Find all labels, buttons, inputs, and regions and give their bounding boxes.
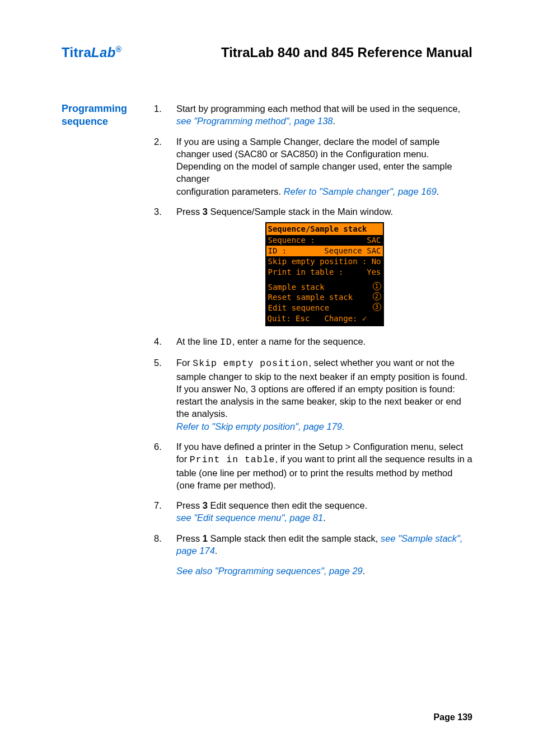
xref-sample-changer[interactable]: Refer to "Sample changer", page 169 <box>284 186 437 196</box>
step-3: Press 3 Sequence/Sample stack in the Mai… <box>154 205 472 326</box>
lcd-id-value: Sequence SAC <box>324 246 381 256</box>
step-4-a: At the line <box>176 336 220 346</box>
step-list: Start by programming each method that wi… <box>154 102 472 557</box>
content-row: Programming sequence Start by programmin… <box>62 102 472 577</box>
step-1: Start by programming each method that wi… <box>154 102 472 128</box>
lcd-sequence-value: SAC <box>367 235 381 246</box>
lcd-skip-label: Skip empty position : <box>268 256 367 267</box>
lcd-sequence-label: Sequence : <box>268 235 315 246</box>
lcd-title: Sequence/Sample stack <box>266 223 383 235</box>
lcd-row-sample-stack: Sample stack 1 <box>266 282 383 293</box>
step-5-a: For <box>176 358 193 368</box>
section-heading-line2: sequence <box>62 115 154 128</box>
section-heading: Programming sequence <box>62 102 154 129</box>
lcd-row-skip: Skip empty position : No <box>266 256 383 267</box>
step-2-dot: . <box>437 186 439 196</box>
lcd-row-edit: Edit sequence 3 <box>266 303 383 313</box>
step-7-key: 3 <box>203 500 208 510</box>
step-3-key: 3 <box>203 206 208 217</box>
xref-edit-sequence-menu[interactable]: see "Edit sequence menu", page 81 <box>176 513 323 523</box>
lcd-print-value: Yes <box>367 267 381 278</box>
page-header: TitraLab® TitraLab 840 and 845 Reference… <box>62 45 472 60</box>
lcd-change: Change: ✓ <box>325 313 382 324</box>
see-also-dot: . <box>363 566 366 576</box>
step-4-b: , enter a name for the sequence. <box>232 336 366 346</box>
lcd-sample-stack-label: Sample stack <box>268 282 325 293</box>
xref-skip-empty-position[interactable]: Refer to "Skip empty position", page 179… <box>176 421 345 431</box>
lcd-spacer <box>266 278 383 282</box>
lcd-quit: Quit: Esc <box>268 313 325 324</box>
step-1-dot: . <box>333 116 336 126</box>
see-also: See also "Programming sequences", page 2… <box>154 565 472 577</box>
page-container: TitraLab® TitraLab 840 and 845 Reference… <box>0 0 534 756</box>
lcd-row-sequence: Sequence : SAC <box>266 235 383 246</box>
lcd-footer: Quit: Esc Change: ✓ <box>266 313 383 325</box>
step-5-kw: Skip empty position <box>193 358 308 369</box>
lcd-wrapper: Sequence/Sample stack Sequence : SAC ID … <box>176 222 472 326</box>
brand-italic: Lab <box>91 45 116 60</box>
step-8: Press 1 Sample stack then edit the sampl… <box>154 532 472 557</box>
step-7-a: Press <box>176 500 203 510</box>
step-2: If you are using a Sample Changer, decla… <box>154 135 472 198</box>
circled-1-icon: 1 <box>373 282 381 290</box>
step-8-key: 1 <box>203 533 208 543</box>
lcd-reset-label: Reset sample stack <box>268 292 353 303</box>
step-5: For Skip empty position, select whether … <box>154 356 472 433</box>
brand-logo: TitraLab® <box>62 45 121 60</box>
lcd-print-label: Print in table : <box>268 267 344 278</box>
section-heading-line1: Programming <box>62 102 154 115</box>
step-6-kw: Print in table <box>190 454 275 465</box>
lcd-row-id-selected: ID : Sequence SAC <box>266 246 383 256</box>
step-3-a: Press <box>176 206 203 217</box>
lcd-screen: Sequence/Sample stack Sequence : SAC ID … <box>265 222 384 326</box>
page-number: Page 139 <box>434 712 472 722</box>
brand-reg: ® <box>116 45 122 54</box>
lcd-row-reset: Reset sample stack 2 <box>266 292 383 303</box>
step-6: If you have defined a printer in the Set… <box>154 440 472 491</box>
lcd-row-print: Print in table : Yes <box>266 267 383 278</box>
document-title: TitraLab 840 and 845 Reference Manual <box>221 45 472 60</box>
step-4-kw: ID <box>220 337 232 348</box>
step-4: At the line ID, enter a name for the seq… <box>154 335 472 349</box>
step-7: Press 3 Edit sequence then edit the sequ… <box>154 499 472 524</box>
xref-programming-method[interactable]: see "Programming method", page 138 <box>176 116 333 126</box>
lcd-skip-value: No <box>372 256 381 267</box>
step-1-text: Start by programming each method that wi… <box>176 104 460 114</box>
main-column: Start by programming each method that wi… <box>154 102 472 577</box>
circled-3-icon: 3 <box>373 303 381 311</box>
lcd-edit-label: Edit sequence <box>268 303 330 313</box>
circled-2-icon: 2 <box>373 292 381 300</box>
step-7-b: Edit sequence then edit the sequence. <box>208 500 367 510</box>
step-3-b: Sequence/Sample stack in the Main window… <box>208 206 393 217</box>
step-8-b: Sample stack then edit the sample stack, <box>208 533 381 543</box>
lcd-id-label: ID : <box>268 246 287 255</box>
xref-programming-sequences[interactable]: See also "Programming sequences", page 2… <box>176 566 363 576</box>
step-2-text-a: If you are using a Sample Changer, decla… <box>176 137 452 184</box>
step-8-dot: . <box>215 546 218 556</box>
step-8-a: Press <box>176 533 203 543</box>
brand-pre: Titra <box>62 45 91 60</box>
step-2-text-b: configuration parameters. <box>176 186 284 196</box>
step-7-dot: . <box>323 513 326 523</box>
